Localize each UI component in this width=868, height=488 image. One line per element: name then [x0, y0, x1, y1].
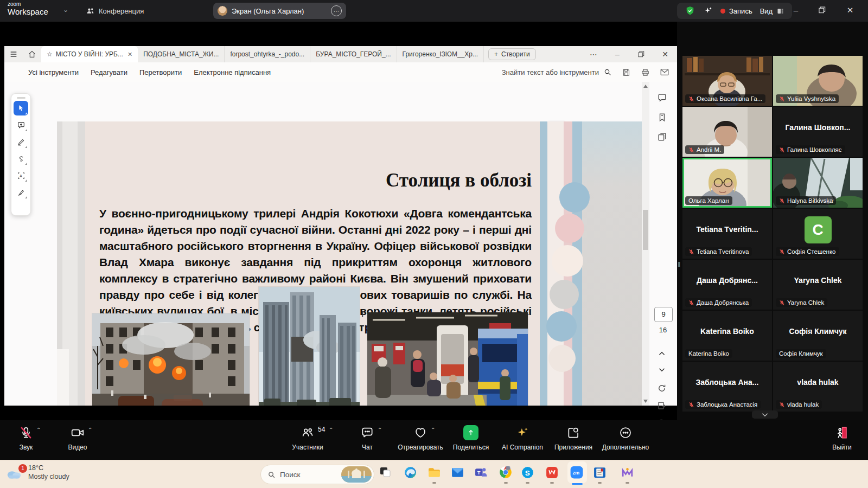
comments-icon[interactable]	[657, 93, 667, 103]
create-pdf-button[interactable]: + Створити	[488, 48, 536, 60]
bookmarks-icon[interactable]	[657, 112, 667, 123]
pdf-tab-0[interactable]: ☆МІСТО У ВІЙНІ: УРБ...✕	[41, 46, 138, 62]
star-icon[interactable]: ☆	[47, 50, 53, 58]
zoom-toolbar-camera-button[interactable]: ⌃Видео	[53, 425, 103, 451]
taskbar-app-skype[interactable]: S	[519, 464, 535, 480]
tool-sign[interactable]	[14, 185, 28, 200]
recording-indicator[interactable]: Запись	[720, 7, 752, 15]
page-number-input[interactable]: 9	[654, 307, 673, 322]
pdf-minimize-button[interactable]: –	[605, 50, 629, 59]
mic-muted-icon: ⌃	[19, 425, 33, 441]
share-tab-menu-icon[interactable]: …	[331, 5, 342, 16]
participant-tile-0[interactable]: Оксана Василівна Га...	[682, 56, 772, 106]
participant-tile-5[interactable]: Halyna Bitkivska	[773, 158, 863, 208]
taskbar-search[interactable]: Поиск	[260, 465, 374, 484]
participant-tile-12[interactable]: Заблоцька Ана...Заблоцька Анастасія	[682, 362, 772, 412]
taskbar-app-mail[interactable]	[449, 464, 465, 480]
zoom-toolbar-more-button[interactable]: Дополнительно	[601, 425, 650, 451]
pdf-document-area[interactable]: Столиця в облозі У воєнно-пригодницькому…	[4, 82, 677, 406]
participant-tile-4[interactable]: Ольга Харлан	[682, 158, 772, 208]
close-tab-icon[interactable]: ✕	[127, 51, 132, 58]
zoom-toolbar-share-button[interactable]: Поделиться	[446, 425, 496, 451]
taskbar-app-teams[interactable]: T	[473, 464, 489, 480]
zoom-toolbar-people-button[interactable]: 54⌃Участники	[283, 425, 333, 451]
participant-tile-3[interactable]: Галина Шовкоп...Галина Шовкопляс	[773, 107, 863, 157]
scroll-up-icon[interactable]	[643, 85, 648, 88]
window-minimize-button[interactable]: –	[788, 5, 804, 15]
tool-select-text[interactable]: A	[14, 168, 28, 183]
tool-add-comment[interactable]	[14, 118, 28, 132]
export-page-icon[interactable]	[657, 401, 667, 410]
taskbar-app-explorer[interactable]	[426, 464, 442, 480]
chevron-up-icon[interactable]: ⌃	[431, 427, 435, 433]
next-page-icon[interactable]	[657, 365, 667, 375]
participants-collapse-button[interactable]	[752, 410, 778, 419]
mail-icon[interactable]	[660, 67, 669, 77]
page-thumbnails-icon[interactable]	[657, 132, 667, 142]
zoom-toolbar-mic-muted-button[interactable]: ⌃Звук	[1, 425, 51, 451]
window-close-button[interactable]: ✕	[842, 5, 858, 15]
pdf-overflow-menu-icon[interactable]: ⋯	[582, 50, 605, 59]
tab-screen-share[interactable]: Экран (Ольга Харлан) …	[213, 3, 346, 19]
weather-widget[interactable]: 1 18°C Mostly cloudy	[5, 464, 69, 481]
panel-resize-handle[interactable]: ‖	[678, 260, 681, 268]
taskbar-app-reader[interactable]	[591, 464, 608, 480]
chevron-up-icon[interactable]: ⌃	[36, 427, 41, 433]
pdf-close-button[interactable]: ✕	[653, 50, 677, 59]
palette-grip[interactable]	[17, 97, 25, 99]
security-shield-icon[interactable]	[685, 5, 695, 16]
window-restore-button[interactable]	[814, 7, 830, 14]
menu-item-2[interactable]: Перетворити	[139, 68, 182, 76]
tool-select-cursor[interactable]	[14, 101, 28, 115]
pdf-scrollbar[interactable]	[642, 82, 649, 406]
chevron-up-icon[interactable]: ⌃	[329, 427, 333, 433]
tool-highlight[interactable]	[14, 134, 28, 149]
participant-tile-11[interactable]: Софія КлимчукСофія Климчук	[773, 311, 863, 361]
zoom-toolbar-heart-button[interactable]: ⌃Отреагировать	[395, 425, 445, 451]
rotate-page-icon[interactable]	[657, 383, 667, 393]
search-highlight-image[interactable]	[341, 466, 372, 483]
menu-item-0[interactable]: Усі інструменти	[28, 68, 79, 76]
zoom-toolbar-sparkle-button[interactable]: AI Companion	[497, 425, 547, 451]
participant-tile-2[interactable]: Andrii M.	[682, 107, 772, 157]
previous-page-icon[interactable]	[657, 349, 667, 358]
ai-sparkle-icon[interactable]	[703, 6, 713, 16]
taskbar-app-zoomapp[interactable]: zm	[569, 464, 585, 480]
zoom-toolbar-apps-button[interactable]: Приложения	[548, 425, 598, 451]
pdf-tab-2[interactable]: forpost_ohtyrka_-_podo...	[225, 46, 310, 62]
taskbar-app-chrome[interactable]	[497, 464, 514, 480]
taskbar-app-mi[interactable]	[619, 464, 635, 480]
scrollbar-thumb[interactable]	[643, 210, 648, 250]
participant-tile-13[interactable]: vlada hulakvlada hulak	[773, 362, 863, 412]
participant-tile-1[interactable]: Yuliia Vyshnytska	[773, 56, 863, 106]
taskbar-app-wps[interactable]	[544, 464, 560, 480]
zoom-toolbar-chat-button[interactable]: ⌃Чат	[342, 425, 392, 451]
find-tools-search[interactable]: Знайти текст або інструменти	[502, 68, 612, 76]
hamburger-menu-icon[interactable]	[4, 46, 23, 62]
participant-tile-10[interactable]: Katerina BoikoKaterina Boiko	[682, 311, 772, 361]
chevron-up-icon[interactable]: ⌃	[378, 427, 382, 433]
home-icon[interactable]	[23, 46, 41, 62]
tool-draw[interactable]	[14, 151, 28, 166]
menu-item-3[interactable]: Електронне підписання	[194, 68, 271, 76]
pdf-tab-4[interactable]: Григоренко_ІЗЮМ__Хр...	[397, 46, 484, 62]
print-icon[interactable]	[641, 68, 650, 77]
workspace-chevron-icon[interactable]: ⌄	[63, 6, 68, 14]
chevron-up-icon[interactable]: ⌃	[88, 427, 92, 433]
participant-tile-8[interactable]: Даша Добрянс...Даша Добрянська	[682, 260, 772, 310]
save-icon[interactable]	[622, 68, 631, 77]
taskbar-app-edge[interactable]	[402, 464, 418, 480]
participant-name-label: Tetiana Tveritinova	[697, 248, 749, 255]
menu-item-1[interactable]: Редагувати	[91, 68, 127, 76]
tab-meeting[interactable]: Конференция	[86, 4, 144, 17]
view-button[interactable]: Вид	[760, 7, 785, 15]
pdf-restore-button[interactable]	[629, 51, 653, 57]
participant-tile-9[interactable]: Yaryna ChlekYaryna Chlek	[773, 260, 863, 310]
pdf-tab-1[interactable]: ПОДОБНА_МІСТА_ЖИ...	[138, 46, 225, 62]
pdf-tab-3[interactable]: БУРА_МІСТО_ГЕРОЙ_...	[310, 46, 397, 62]
participant-tile-7[interactable]: CСофія Стешенко	[773, 209, 863, 259]
zoom-toolbar-exit-button[interactable]: Выйти	[817, 425, 867, 451]
scroll-down-icon[interactable]	[643, 400, 648, 403]
participant-tile-6[interactable]: Tetiana Tveritin...Tetiana Tveritinova	[682, 209, 772, 259]
taskbar-app-taskview[interactable]	[377, 464, 393, 480]
